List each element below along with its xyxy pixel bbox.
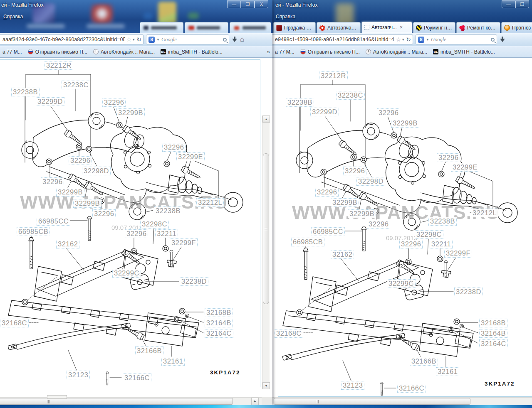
part-label[interactable]: 32212R — [45, 61, 73, 70]
bookmarks-overflow-chevron[interactable]: » — [267, 49, 270, 55]
part-label[interactable]: 32166B — [410, 357, 438, 366]
blurred-tab[interactable] — [185, 22, 228, 33]
blurred-tab[interactable] — [230, 22, 271, 33]
part-label[interactable]: 32212L — [196, 198, 224, 207]
part-label[interactable]: 32296 — [315, 188, 339, 197]
part-label[interactable]: 32238B — [11, 88, 40, 96]
bookmark-item[interactable]: а 77 М... — [2, 49, 22, 55]
part-label[interactable]: 32212L — [471, 209, 498, 217]
part-label[interactable]: 32211 — [430, 240, 453, 248]
tab-1[interactable]: Продажа по... — [273, 22, 316, 33]
part-label[interactable]: 32161 — [161, 357, 185, 366]
part-label[interactable]: 32296 — [377, 108, 400, 117]
url-bar[interactable]: e9498c1-4509-4098-a961-a216ddb81a46&Unit… — [272, 34, 413, 44]
url-dropdown-icon[interactable]: ▼ — [401, 38, 405, 42]
part-label[interactable]: 32299D — [36, 97, 64, 106]
part-label[interactable]: 66985CC — [37, 217, 70, 226]
bookmark-item[interactable]: Отправить письмо П... — [28, 49, 87, 55]
bookmark-star-icon[interactable]: ☆ — [126, 36, 132, 43]
reload-icon[interactable]: ↻ — [406, 36, 411, 43]
part-label[interactable]: 32238B — [154, 206, 182, 215]
bookmark-star-icon[interactable]: ☆ — [396, 36, 401, 43]
part-label[interactable]: 32168B — [205, 308, 233, 317]
maximize-button[interactable]: ❐ — [515, 0, 529, 8]
part-label[interactable]: 32296 — [41, 177, 64, 186]
scroll-up-button[interactable]: ▲ — [262, 116, 270, 123]
tab-3[interactable]: Автозапч...× — [361, 22, 412, 33]
part-label[interactable]: 32238C — [336, 91, 365, 100]
part-label[interactable]: 32168C — [275, 329, 303, 338]
part-label[interactable]: 32238C — [62, 81, 90, 89]
tab-6[interactable]: Прогноз пог... — [501, 22, 532, 33]
part-label[interactable]: 32238D — [180, 277, 208, 286]
bookmark-item[interactable]: BLimba_SMITH - Battlelo... — [433, 49, 495, 55]
part-label[interactable]: 32299C — [112, 269, 141, 278]
part-label[interactable]: 32164C — [205, 329, 233, 338]
search-placeholder[interactable]: Google — [431, 37, 489, 43]
part-label[interactable]: 32299B — [331, 198, 359, 207]
scroll-right-button[interactable]: ▶ — [251, 398, 259, 405]
part-label[interactable]: 32168C — [0, 319, 29, 327]
part-label[interactable]: 32164B — [479, 329, 507, 338]
search-field[interactable]: 8 ▼ Google — [416, 34, 497, 44]
part-label[interactable]: 32296 — [162, 143, 186, 152]
part-label[interactable]: 32296 — [125, 229, 148, 238]
part-label[interactable]: 32298D — [82, 167, 111, 175]
part-label[interactable]: 32299B — [348, 209, 376, 218]
url-dropdown-icon[interactable]: ▼ — [132, 38, 135, 42]
part-label[interactable]: 32162 — [56, 240, 79, 248]
bookmark-item[interactable]: АвтоКлондайк :: Мага... — [366, 49, 427, 55]
part-label[interactable]: 32299B — [73, 199, 101, 208]
part-label[interactable]: 32296 — [343, 167, 366, 175]
part-label[interactable]: 32299B — [56, 188, 84, 197]
tab-5[interactable]: Ремонт ком... — [456, 22, 500, 33]
maximize-button[interactable]: ❐ — [241, 0, 255, 8]
part-label[interactable]: 32238B — [286, 98, 314, 107]
home-icon[interactable]: ⌂ — [240, 37, 244, 42]
search-engine-dropdown-icon[interactable]: ▼ — [426, 38, 429, 42]
part-label[interactable]: 32166B — [135, 347, 163, 355]
part-label[interactable]: 32299F — [170, 238, 198, 247]
part-label[interactable]: 32299E — [451, 163, 479, 172]
url-text[interactable]: e9498c1-4509-4098-a961-a216ddb81a46&Unit… — [275, 37, 394, 42]
horizontal-scrollbar[interactable]: ▶ — [0, 397, 272, 405]
minimize-button[interactable]: — — [227, 0, 241, 8]
blurred-tab[interactable] — [140, 22, 183, 33]
part-label[interactable]: 32299D — [310, 108, 339, 116]
part-label[interactable]: 32238B — [428, 217, 457, 226]
part-label[interactable]: 32164C — [479, 339, 508, 348]
tab-close-icon[interactable]: × — [400, 25, 403, 30]
search-magnifier-icon[interactable] — [223, 38, 227, 42]
tab-2[interactable]: Автозапчаст... — [317, 22, 361, 33]
part-label[interactable]: 32296 — [92, 209, 116, 218]
part-label[interactable]: 32296 — [102, 98, 126, 107]
horizontal-scrollbar[interactable] — [272, 397, 532, 405]
part-label[interactable]: 32299B — [116, 108, 145, 117]
search-field[interactable]: 8 ▼ Google — [146, 34, 229, 44]
part-label[interactable]: 32212R — [319, 71, 348, 80]
part-label[interactable]: 32296 — [367, 220, 390, 229]
part-label[interactable]: 66985CB — [17, 227, 50, 236]
part-label[interactable]: 32299F — [444, 249, 472, 258]
part-label[interactable]: 32296 — [69, 156, 92, 165]
vertical-scrollbar[interactable]: ▲ ▼ — [262, 116, 270, 389]
part-label[interactable]: 32166C — [397, 384, 426, 393]
search-magnifier-icon[interactable] — [491, 38, 495, 42]
part-label[interactable]: 32162 — [331, 250, 354, 259]
close-button[interactable]: X — [255, 0, 268, 8]
part-label[interactable]: 32161 — [436, 367, 459, 376]
search-placeholder[interactable]: Google — [161, 37, 221, 43]
part-label[interactable]: 32123 — [341, 381, 364, 390]
part-label[interactable]: 66985CB — [291, 238, 324, 246]
search-engine-dropdown-icon[interactable]: ▼ — [156, 38, 160, 42]
bookmark-item[interactable]: АвтоКлондайк :: Мага... — [93, 49, 155, 55]
vertical-scroll-thumb[interactable] — [263, 153, 269, 304]
part-label[interactable]: 32168B — [479, 319, 507, 327]
part-label[interactable]: 66985CC — [311, 227, 345, 236]
part-label[interactable]: 32123 — [67, 371, 90, 379]
menu-help[interactable]: Справка — [3, 14, 23, 20]
part-label[interactable]: 32298C — [415, 230, 443, 239]
downloads-icon[interactable] — [232, 37, 238, 42]
url-text[interactable]: aaaf342d-93e0-467c-b9e2-860a8d27230c&Uni… — [2, 37, 125, 42]
horizontal-scroll-thumb[interactable] — [0, 398, 233, 405]
